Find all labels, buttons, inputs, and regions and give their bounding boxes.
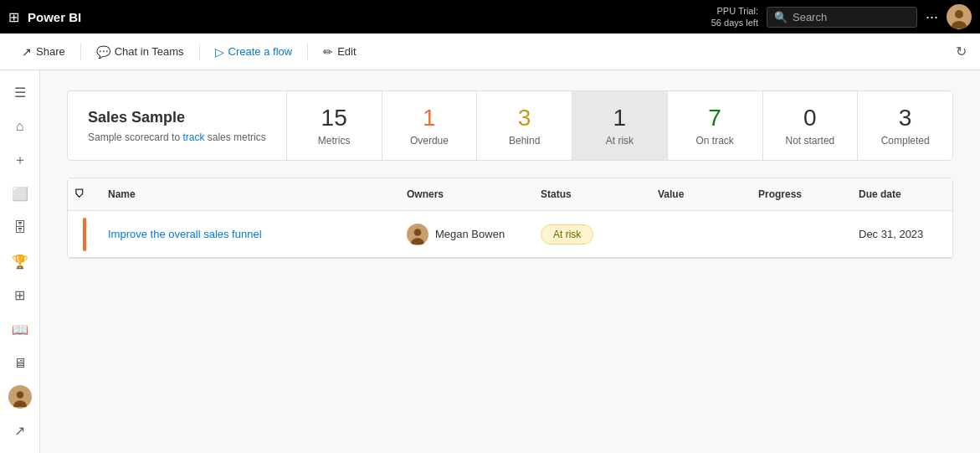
- row-progress: [752, 228, 852, 241]
- divider-2: [199, 44, 200, 60]
- layout: ☰ ⌂ ＋ ⬜ 🗄 🏆 ⊞ 📖 🖥 ↗ Sales Sample: [0, 70, 980, 453]
- metric-card-overdue[interactable]: 1 Overdue: [382, 91, 478, 160]
- nav-workspaces-icon[interactable]: 🖥: [3, 348, 37, 378]
- overdue-label: Overdue: [410, 135, 449, 147]
- chat-teams-button[interactable]: 💬 Chat in Teams: [88, 40, 192, 64]
- completed-label: Completed: [881, 135, 930, 147]
- app-logo: Power BI: [28, 10, 81, 24]
- divider-1: [80, 44, 81, 60]
- nav-data-icon[interactable]: 🗄: [3, 213, 37, 243]
- nav-menu-icon[interactable]: ☰: [3, 77, 37, 107]
- col-progress: Progress: [752, 185, 852, 203]
- col-due-date: Due date: [852, 185, 952, 203]
- scorecard-table: ⛉ Name Owners Status Value Progress Due …: [67, 178, 953, 259]
- table-header-row: ⛉ Name Owners Status Value Progress Due …: [68, 178, 952, 211]
- refresh-icon[interactable]: ↻: [956, 44, 967, 59]
- atrisk-count: 1: [613, 105, 627, 131]
- metric-cards: 15 Metrics 1 Overdue 3 Behind 1 At risk …: [287, 91, 952, 160]
- share-icon: ↗: [22, 45, 32, 59]
- status-indicator: [83, 218, 86, 251]
- behind-label: Behind: [509, 135, 540, 147]
- behind-count: 3: [518, 105, 531, 131]
- metric-card-behind[interactable]: 3 Behind: [477, 91, 572, 160]
- scorecard-description-link[interactable]: track: [182, 131, 204, 143]
- scorecard-header: Sales Sample Sample scorecard to track s…: [67, 90, 953, 161]
- ontrack-count: 7: [708, 105, 721, 131]
- flow-icon: ▷: [215, 45, 224, 59]
- col-owners: Owners: [400, 185, 534, 203]
- share-button[interactable]: ↗ Share: [13, 40, 74, 64]
- metric-card-notstarted[interactable]: 0 Not started: [763, 91, 859, 160]
- col-status: Status: [534, 185, 651, 203]
- notstarted-count: 0: [803, 105, 817, 131]
- row-status: At risk: [534, 218, 651, 251]
- search-box[interactable]: 🔍: [767, 7, 917, 28]
- ontrack-label: On track: [695, 135, 733, 147]
- nav-expand-icon[interactable]: ↗: [3, 416, 37, 446]
- status-badge: At risk: [541, 224, 593, 245]
- row-owner: Megan Bowen: [400, 217, 534, 252]
- row-indicator-cell: [68, 218, 101, 251]
- overdue-count: 1: [423, 105, 436, 131]
- nav-browse-icon[interactable]: ⬜: [3, 178, 37, 208]
- metric-card-ontrack[interactable]: 7 On track: [668, 91, 763, 160]
- scorecard-description: Sample scorecard to track sales metrics: [88, 131, 266, 143]
- col-value: Value: [651, 185, 752, 203]
- svg-point-7: [414, 229, 422, 236]
- completed-count: 3: [899, 105, 912, 131]
- col-filter[interactable]: ⛉: [68, 185, 101, 203]
- left-navigation: ☰ ⌂ ＋ ⬜ 🗄 🏆 ⊞ 📖 🖥 ↗: [0, 70, 40, 453]
- scorecard-title: Sales Sample: [88, 109, 266, 126]
- svg-point-4: [16, 391, 23, 399]
- more-options-icon[interactable]: ···: [926, 8, 938, 26]
- col-name: Name: [101, 185, 400, 203]
- metric-card-atrisk[interactable]: 1 At risk: [572, 91, 668, 160]
- topbar: ⊞ Power BI PPU Trial: 56 days left 🔍 ···: [0, 0, 980, 33]
- edit-icon: ✏: [323, 45, 333, 59]
- edit-button[interactable]: ✏ Edit: [315, 40, 364, 64]
- nav-goals-icon[interactable]: 🏆: [3, 246, 37, 276]
- search-icon: 🔍: [774, 11, 788, 23]
- row-name[interactable]: Improve the overall sales funnel: [101, 221, 400, 247]
- main-content: Sales Sample Sample scorecard to track s…: [40, 70, 980, 453]
- nav-user-icon[interactable]: [3, 382, 37, 412]
- subtoolbar: ↗ Share 💬 Chat in Teams ▷ Create a flow …: [0, 33, 980, 70]
- metric-card-completed[interactable]: 3 Completed: [858, 91, 952, 160]
- svg-point-1: [955, 10, 963, 18]
- owner-avatar: [407, 224, 428, 245]
- atrisk-label: At risk: [606, 135, 634, 147]
- row-value: [651, 228, 752, 241]
- row-due-date: Dec 31, 2023: [852, 221, 952, 247]
- scorecard-title-section: Sales Sample Sample scorecard to track s…: [68, 91, 287, 160]
- nav-create-icon[interactable]: ＋: [3, 145, 37, 175]
- metrics-label: Metrics: [318, 135, 351, 147]
- create-flow-button[interactable]: ▷ Create a flow: [207, 40, 301, 64]
- nav-learn-icon[interactable]: 📖: [3, 314, 37, 344]
- divider-3: [307, 44, 308, 60]
- nav-home-icon[interactable]: ⌂: [3, 111, 37, 141]
- nav-apps-icon[interactable]: ⊞: [3, 281, 37, 311]
- search-input[interactable]: [793, 11, 910, 23]
- user-avatar[interactable]: [947, 4, 972, 29]
- owner-name: Megan Bowen: [435, 228, 505, 240]
- filter-icon: ⛉: [74, 188, 85, 200]
- table-row: Improve the overall sales funnel Megan B…: [68, 211, 952, 258]
- teams-icon: 💬: [96, 45, 110, 59]
- metric-card-metrics[interactable]: 15 Metrics: [287, 91, 382, 160]
- notstarted-label: Not started: [786, 135, 835, 147]
- metrics-count: 15: [321, 105, 347, 131]
- grid-icon[interactable]: ⊞: [8, 9, 19, 25]
- trial-info: PPU Trial: 56 days left: [711, 5, 758, 29]
